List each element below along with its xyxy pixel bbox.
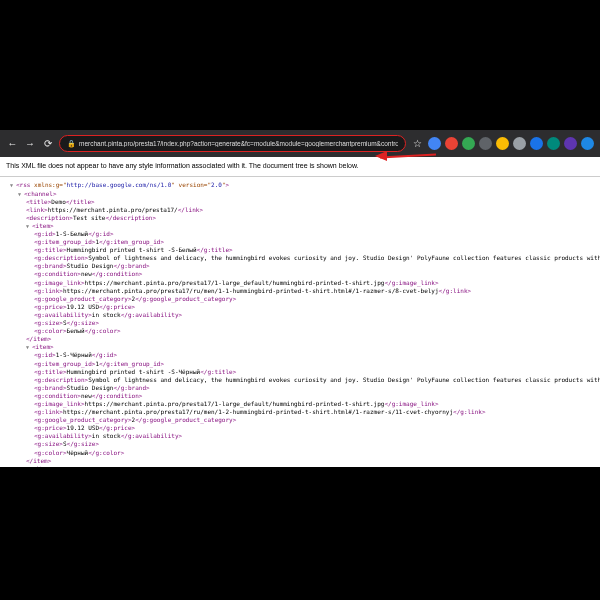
ext-icon[interactable]	[547, 137, 560, 150]
xml-tree: ▼<rss xmlns:g="http://base.google.com/ns…	[0, 179, 600, 467]
divider	[0, 176, 600, 177]
browser-toolbar: ← → ⟳ 🔒 merchant.pinta.pro/presta17/inde…	[0, 130, 600, 157]
address-bar[interactable]: 🔒 merchant.pinta.pro/presta17/index.php?…	[59, 135, 406, 152]
ext-icon[interactable]	[530, 137, 543, 150]
extensions-row: ☆	[411, 137, 594, 150]
bookmark-icon[interactable]: ☆	[411, 137, 424, 150]
ext-icon[interactable]	[445, 137, 458, 150]
ext-icon[interactable]	[513, 137, 526, 150]
ext-icon[interactable]	[479, 137, 492, 150]
ext-icon[interactable]	[428, 137, 441, 150]
lock-icon: 🔒	[67, 140, 75, 148]
ext-icon[interactable]	[462, 137, 475, 150]
xml-viewer: This XML file does not appear to have an…	[0, 157, 600, 467]
ext-icon[interactable]	[581, 137, 594, 150]
url-text: merchant.pinta.pro/presta17/index.php?ac…	[79, 140, 398, 147]
forward-button[interactable]: →	[24, 137, 37, 150]
reload-button[interactable]: ⟳	[41, 137, 54, 150]
ext-icon[interactable]	[564, 137, 577, 150]
ext-icon[interactable]	[496, 137, 509, 150]
back-button[interactable]: ←	[6, 137, 19, 150]
xml-notice: This XML file does not appear to have an…	[0, 157, 600, 174]
